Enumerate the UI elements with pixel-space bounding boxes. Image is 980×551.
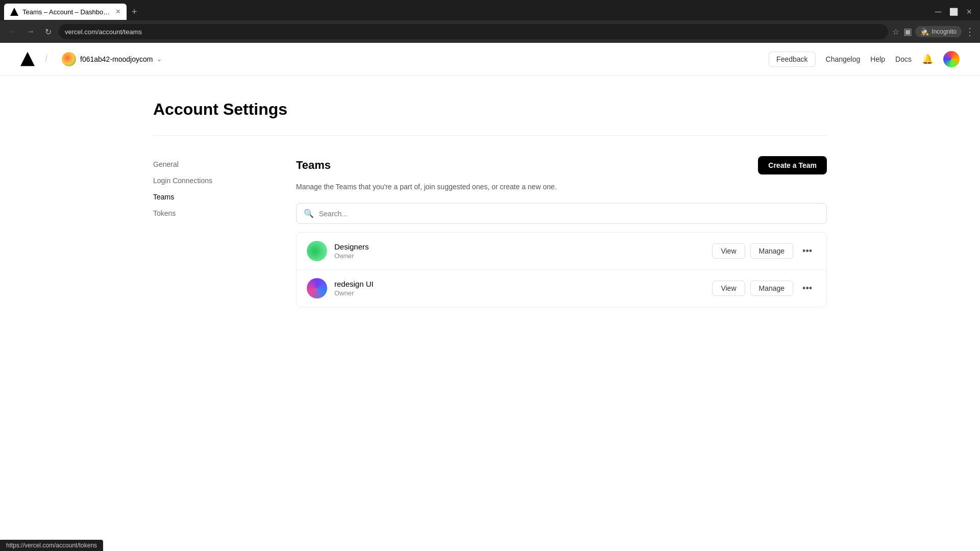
sidebar-item-teams[interactable]: Teams: [153, 189, 255, 205]
section-title: Teams: [296, 159, 331, 172]
account-name: f061ab42-moodjoycom: [80, 55, 153, 63]
team-avatar-designers: [307, 241, 327, 261]
top-nav: / f061ab42-moodjoycom ⌄ Feedback Changel…: [0, 43, 980, 76]
content-layout: General Login Connections Teams Tokens T…: [153, 136, 827, 307]
address-bar[interactable]: vercel.com/account/teams: [59, 24, 888, 39]
teams-list: Designers Owner View Manage •••: [296, 232, 827, 307]
tab-title: Teams – Account – Dashboard: [22, 8, 112, 16]
team-name-designers: Designers: [334, 242, 712, 251]
view-redesign-button[interactable]: View: [712, 281, 745, 296]
more-designers-button[interactable]: •••: [798, 244, 816, 259]
changelog-link[interactable]: Changelog: [826, 55, 861, 63]
manage-redesign-button[interactable]: Manage: [750, 281, 794, 296]
page: / f061ab42-moodjoycom ⌄ Feedback Changel…: [0, 43, 980, 551]
forward-button[interactable]: →: [23, 25, 38, 38]
main-content: Account Settings General Login Connectio…: [133, 76, 847, 307]
browser-chrome: Teams – Account – Dashboard × + ─ ⬜ × ← …: [0, 0, 980, 43]
status-bar: https://vercel.com/account/tokens: [0, 540, 103, 551]
section-header: Teams Create a Team: [296, 156, 827, 174]
browser-toolbar: ← → ↻ vercel.com/account/teams ☆ ▣ 🕵 Inc…: [0, 20, 980, 43]
incognito-badge: 🕵 Incognito: [915, 26, 962, 37]
page-title-section: Account Settings: [153, 76, 827, 136]
team-actions-designers: View Manage •••: [712, 243, 816, 259]
incognito-label: Incognito: [932, 28, 957, 35]
toolbar-right: ▣ 🕵 Incognito ⋮: [903, 26, 975, 38]
active-tab[interactable]: Teams – Account – Dashboard ×: [4, 4, 127, 20]
nav-right: Feedback Changelog Help Docs 🔔: [769, 51, 960, 67]
maximize-button[interactable]: ⬜: [949, 8, 958, 16]
team-role-designers: Owner: [334, 252, 712, 260]
sidebar: General Login Connections Teams Tokens: [153, 156, 255, 307]
bookmark-button[interactable]: ☆: [892, 27, 899, 37]
page-title: Account Settings: [153, 100, 827, 119]
create-team-button[interactable]: Create a Team: [758, 156, 827, 174]
nav-left: / f061ab42-moodjoycom ⌄: [20, 50, 166, 68]
more-redesign-button[interactable]: •••: [798, 281, 816, 296]
nav-separator: /: [45, 54, 47, 64]
browser-menu-button[interactable]: ⋮: [965, 26, 975, 38]
notifications-bell-icon[interactable]: 🔔: [922, 54, 933, 65]
sidebar-item-login-connections[interactable]: Login Connections: [153, 172, 255, 189]
sidebar-item-tokens[interactable]: Tokens: [153, 205, 255, 221]
team-name-redesign: redesign UI: [334, 280, 712, 288]
sidebar-toggle-button[interactable]: ▣: [903, 26, 912, 37]
account-avatar: [62, 52, 76, 66]
team-row: redesign UI Owner View Manage •••: [297, 270, 826, 307]
search-box: 🔍: [296, 203, 827, 224]
status-url: https://vercel.com/account/tokens: [6, 542, 97, 549]
feedback-button[interactable]: Feedback: [769, 52, 815, 67]
section-description: Manage the Teams that you're a part of, …: [296, 183, 827, 191]
help-link[interactable]: Help: [870, 55, 885, 63]
sidebar-item-general[interactable]: General: [153, 156, 255, 172]
url-text: vercel.com/account/teams: [65, 28, 882, 36]
minimize-button[interactable]: ─: [935, 7, 942, 17]
manage-designers-button[interactable]: Manage: [750, 243, 794, 259]
team-info-redesign: redesign UI Owner: [334, 280, 712, 297]
tab-close-button[interactable]: ×: [116, 8, 120, 16]
team-role-redesign: Owner: [334, 289, 712, 297]
refresh-button[interactable]: ↻: [42, 25, 55, 39]
team-info-designers: Designers Owner: [334, 242, 712, 260]
account-selector[interactable]: f061ab42-moodjoycom ⌄: [58, 50, 166, 68]
new-tab-button[interactable]: +: [128, 5, 141, 19]
team-actions-redesign: View Manage •••: [712, 281, 816, 296]
docs-link[interactable]: Docs: [895, 55, 912, 63]
back-button[interactable]: ←: [5, 25, 19, 38]
user-avatar[interactable]: [943, 51, 960, 67]
main-panel: Teams Create a Team Manage the Teams tha…: [296, 156, 827, 307]
tab-favicon: [10, 8, 18, 16]
view-designers-button[interactable]: View: [712, 243, 745, 259]
team-row: Designers Owner View Manage •••: [297, 233, 826, 270]
search-input[interactable]: [319, 210, 819, 218]
chevron-down-icon: ⌄: [157, 56, 162, 63]
browser-tabs: Teams – Account – Dashboard × + ─ ⬜ ×: [0, 0, 980, 20]
vercel-logo[interactable]: [20, 52, 35, 66]
search-icon: 🔍: [304, 209, 314, 218]
team-avatar-redesign: [307, 278, 327, 298]
incognito-icon: 🕵: [920, 28, 929, 36]
close-button[interactable]: ×: [966, 7, 972, 17]
